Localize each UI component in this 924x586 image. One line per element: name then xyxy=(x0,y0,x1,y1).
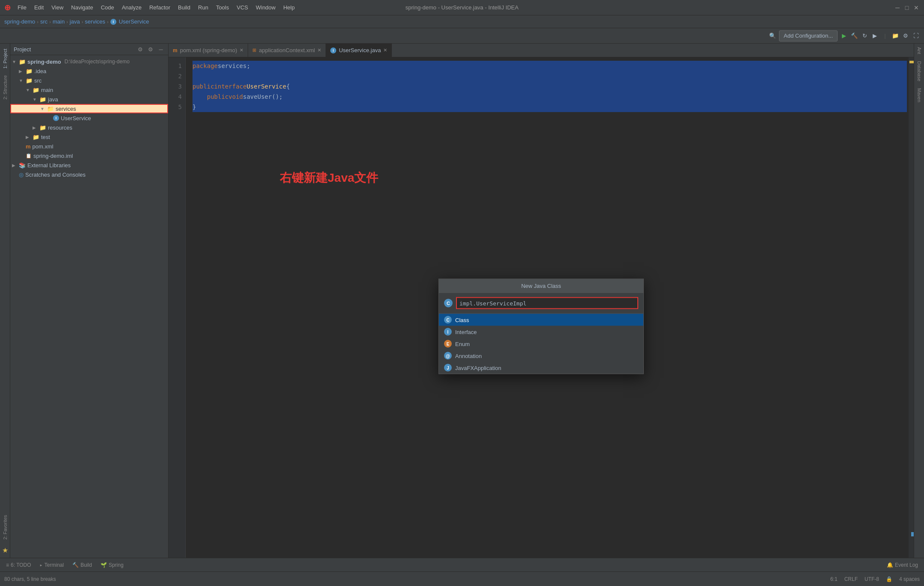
add-configuration-button[interactable]: Add Configuration... xyxy=(779,30,838,41)
run-with-coverage[interactable]: ▶ xyxy=(871,32,879,40)
breadcrumb-spring-demo[interactable]: spring-demo xyxy=(4,18,35,25)
status-position[interactable]: 6:1 xyxy=(830,576,838,582)
menu-run[interactable]: Run xyxy=(195,3,212,12)
menu-window[interactable]: Window xyxy=(252,3,279,12)
bottom-tab-todo[interactable]: ≡ 6: TODO xyxy=(3,559,35,571)
tree-item-scratches[interactable]: ◎ Scratches and Consoles xyxy=(10,170,168,179)
favorites-star-icon[interactable]: ★ xyxy=(2,543,8,558)
spring-icon: 🌱 xyxy=(101,562,107,568)
tab-pom-close[interactable]: ✕ xyxy=(240,47,243,53)
tab-appctx-close[interactable]: ✕ xyxy=(317,47,321,53)
update-button[interactable]: ↻ xyxy=(861,32,868,40)
search-everywhere-icon[interactable]: 🔍 xyxy=(769,32,776,40)
tree-item-java[interactable]: ▼ 📁 java xyxy=(10,95,168,104)
dialog-option-interface[interactable]: I Interface xyxy=(439,326,643,338)
close-button[interactable]: ✕ xyxy=(913,4,920,11)
full-screen-icon[interactable]: ⛶ xyxy=(912,32,920,40)
toolbar: 🔍 Add Configuration... ▶ 🔨 ↻ ▶ | 📁 ⚙ ⛶ xyxy=(0,28,924,44)
settings-icon[interactable]: ⚙ xyxy=(902,32,909,40)
tree-label-test: test xyxy=(41,134,50,140)
menu-vcs[interactable]: VCS xyxy=(233,3,252,12)
panel-minimize-icon[interactable]: ─ xyxy=(157,45,165,53)
option-interface-label: Interface xyxy=(455,329,477,335)
tree-arrow-java: ▼ xyxy=(33,97,38,102)
tree-item-idea[interactable]: ▶ 📁 .idea xyxy=(10,66,168,76)
bottom-tab-build[interactable]: 🔨 Build xyxy=(69,559,95,571)
tree-item-userservice[interactable]: I UserService xyxy=(10,113,168,123)
separator: | xyxy=(881,32,889,40)
menu-navigate[interactable]: Navigate xyxy=(68,3,96,12)
dialog-option-javafx[interactable]: J JavaFXApplication xyxy=(439,362,643,374)
status-line-separator[interactable]: CRLF xyxy=(844,576,858,582)
tab-pom-xml[interactable]: m pom.xml (spring-demo) ✕ xyxy=(169,44,248,57)
menu-build[interactable]: Build xyxy=(175,3,194,12)
dialog-option-class[interactable]: C Class xyxy=(439,314,643,326)
status-indent[interactable]: 4 spaces xyxy=(899,576,920,582)
tree-item-test[interactable]: ▶ 📁 test xyxy=(10,132,168,142)
bottom-tab-spring[interactable]: 🌱 Spring xyxy=(97,559,127,571)
menu-tools[interactable]: Tools xyxy=(213,3,232,12)
tree-item-services[interactable]: ▼ 📁 services xyxy=(10,104,168,113)
sidebar-tab-project[interactable]: 1: Project xyxy=(1,45,9,72)
panel-settings-icon[interactable]: ⚙ xyxy=(136,45,144,53)
breadcrumb-userservice[interactable]: UserService xyxy=(119,18,149,25)
run-button[interactable]: ▶ xyxy=(840,32,848,40)
line-num-5: 5 xyxy=(169,102,182,112)
tree-item-pom[interactable]: m pom.xml xyxy=(10,142,168,151)
event-log-button[interactable]: 🔔 Event Log xyxy=(883,559,921,571)
breadcrumb-sep-4: › xyxy=(82,19,83,24)
folder-test-icon: 📁 xyxy=(33,134,39,140)
todo-label: 6: TODO xyxy=(11,562,31,568)
menu-edit[interactable]: Edit xyxy=(31,3,47,12)
build-button[interactable]: 🔨 xyxy=(850,32,858,40)
dialog-option-annotation[interactable]: @ Annotation xyxy=(439,350,643,362)
build-label: Build xyxy=(80,562,92,568)
option-annotation-icon: @ xyxy=(444,352,452,360)
sidebar-tab-structure[interactable]: 2: Structure xyxy=(1,72,9,103)
tab-userservice-java[interactable]: I UserService.java ✕ xyxy=(326,44,392,57)
tree-item-src[interactable]: ▼ 📁 src xyxy=(10,76,168,85)
menu-view[interactable]: View xyxy=(48,3,67,12)
tab-appctx-xml[interactable]: ⊞ applicationContext.xml ✕ xyxy=(248,44,326,57)
status-lock-icon[interactable]: 🔒 xyxy=(886,576,892,582)
tree-item-iml[interactable]: 📋 spring-demo.iml xyxy=(10,151,168,160)
menu-refactor[interactable]: Refactor xyxy=(146,3,174,12)
breadcrumb-src[interactable]: src xyxy=(40,18,47,25)
breadcrumb-java[interactable]: java xyxy=(70,18,80,25)
option-enum-icon: E xyxy=(444,340,452,348)
tree-arrow-services: ▼ xyxy=(40,107,45,111)
tree-item-resources[interactable]: ▶ 📁 resources xyxy=(10,123,168,132)
status-chars-info[interactable]: 80 chars, 5 line breaks xyxy=(4,576,56,582)
maximize-button[interactable]: □ xyxy=(903,4,910,11)
menu-help[interactable]: Help xyxy=(280,3,298,12)
sidebar-tab-favorites[interactable]: 2: Favorites xyxy=(1,512,9,543)
menu-file[interactable]: File xyxy=(14,3,30,12)
dialog-option-enum[interactable]: E Enum xyxy=(439,338,643,350)
code-line-3: public interface UserService { xyxy=(192,81,907,92)
tree-item-spring-demo[interactable]: ▼ 📁 spring-demo D:\IdeaProjects\spring-d… xyxy=(10,57,168,66)
breadcrumb-services[interactable]: services xyxy=(85,18,105,25)
status-encoding[interactable]: UTF-8 xyxy=(865,576,879,582)
tree-item-external-libs[interactable]: ▶ 📚 External Libraries xyxy=(10,160,168,170)
tab-userservice-close[interactable]: ✕ xyxy=(383,47,387,53)
tab-pom-icon: m xyxy=(173,47,178,53)
panel-gear-icon[interactable]: ⚙ xyxy=(147,45,154,53)
minimize-button[interactable]: ─ xyxy=(894,4,901,11)
code-interface-name: UserService xyxy=(246,81,286,92)
right-tab-ant[interactable]: Ant xyxy=(915,44,924,58)
annotation-strip xyxy=(909,57,914,558)
right-tab-database[interactable]: Database xyxy=(915,58,924,85)
library-icon: 📚 xyxy=(19,162,26,169)
tree-item-main[interactable]: ▼ 📁 main xyxy=(10,85,168,95)
tree-label-external-libs: External Libraries xyxy=(27,162,71,169)
breadcrumb-main[interactable]: main xyxy=(53,18,65,25)
right-tab-maven[interactable]: Maven xyxy=(915,85,924,106)
bottom-tab-terminal[interactable]: ▸ Terminal xyxy=(36,559,68,571)
code-brace-open: { xyxy=(286,81,290,92)
menu-analyze[interactable]: Analyze xyxy=(118,3,145,12)
project-structure-icon[interactable]: 📁 xyxy=(891,32,899,40)
dialog-class-name-input[interactable] xyxy=(456,297,638,309)
folder-java-icon: 📁 xyxy=(39,96,46,103)
breadcrumb-sep-5: › xyxy=(107,19,109,24)
menu-code[interactable]: Code xyxy=(98,3,118,12)
